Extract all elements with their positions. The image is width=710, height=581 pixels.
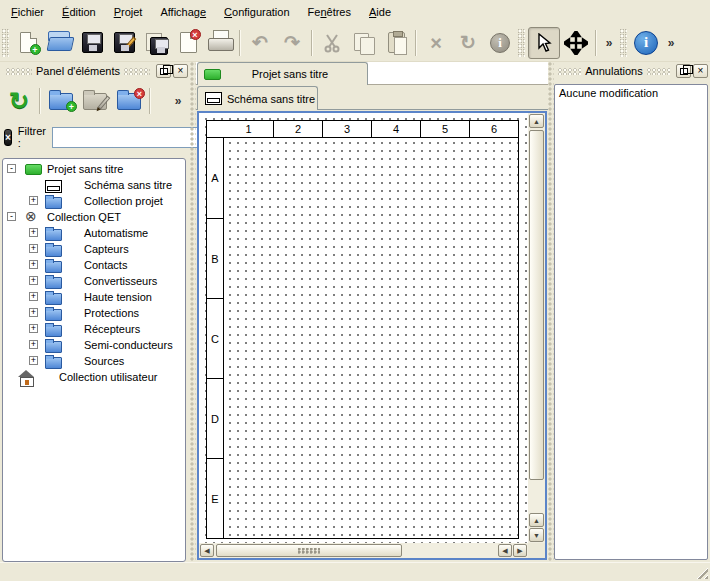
tree-item-schema-sans-titre[interactable]: Schéma sans titre — [3, 177, 185, 193]
diagram-canvas[interactable]: 1 2 3 4 5 6 A B C D E — [199, 113, 528, 543]
project-tab-bar: Projet sans titre — [196, 62, 548, 85]
undo-list-item[interactable]: Aucune modification — [556, 86, 706, 101]
tree-item-recepteurs[interactable]: +Récepteurs — [3, 321, 185, 337]
scroll-left-button[interactable]: ◀ — [498, 544, 512, 557]
toolbar-overflow-button[interactable]: » — [600, 27, 618, 59]
copy-button[interactable] — [348, 27, 380, 59]
chevron-right-icon: » — [606, 36, 613, 50]
tree-item-haute-tension[interactable]: +Haute tension — [3, 289, 185, 305]
tab-schema-sans-titre[interactable]: Schéma sans titre — [197, 86, 318, 110]
paste-button[interactable] — [380, 27, 412, 59]
delete-category-button[interactable]: × — [112, 84, 146, 118]
redo-button[interactable]: ↷ — [276, 27, 308, 59]
toolbar-drag-handle[interactable] — [2, 29, 9, 57]
save-as-button[interactable] — [108, 27, 140, 59]
scroll-up-button[interactable]: ▲ — [529, 114, 544, 128]
cut-button[interactable] — [316, 27, 348, 59]
expand-expander[interactable]: + — [29, 196, 38, 205]
diagram-view: 1 2 3 4 5 6 A B C D E ▲ ▲ ▼ — [197, 111, 547, 560]
schema-icon — [205, 92, 222, 105]
close-panel-button[interactable]: × — [173, 64, 188, 78]
tree-item-semi-conducteurs[interactable]: +Semi-conducteurs — [3, 337, 185, 353]
move-mode-button[interactable] — [560, 27, 592, 59]
scroll-down-button[interactable]: ▼ — [529, 528, 544, 542]
chevron-right-icon: » — [175, 94, 182, 108]
close-panel-button[interactable]: × — [693, 64, 708, 78]
reload-collections-button[interactable]: ↻ — [2, 84, 36, 118]
menu-aide[interactable]: Aide — [360, 2, 400, 22]
frame-drawing-area[interactable] — [224, 138, 518, 538]
tree-item-convertisseurs[interactable]: +Convertisseurs — [3, 273, 185, 289]
float-panel-button[interactable] — [676, 64, 691, 78]
clear-filter-button[interactable]: × — [4, 129, 12, 146]
tree-item-projet-sans-titre[interactable]: -Projet sans titre — [3, 161, 185, 177]
tree-item-automatisme[interactable]: +Automatisme — [3, 225, 185, 241]
scroll-left-button[interactable]: ◀ — [200, 544, 214, 557]
menu-edition[interactable]: Édition — [53, 2, 105, 22]
expand-expander[interactable]: + — [29, 260, 38, 269]
print-icon — [208, 33, 232, 53]
dock-grip — [6, 68, 32, 75]
save-all-button[interactable] — [140, 27, 172, 59]
tree-item-collection-utilisateur[interactable]: Collection utilisateur — [3, 369, 185, 385]
expand-expander[interactable]: + — [29, 356, 38, 365]
scroll-up-button[interactable]: ▲ — [529, 513, 544, 527]
close-file-button[interactable]: × — [172, 27, 204, 59]
expand-expander[interactable]: + — [29, 276, 38, 285]
menu-projet[interactable]: Projet — [105, 2, 152, 22]
expand-expander[interactable]: + — [29, 340, 38, 349]
filter-input[interactable] — [52, 127, 202, 148]
menu-fenetres[interactable]: Fenêtres — [299, 2, 360, 22]
save-as-icon — [114, 32, 135, 53]
menu-fichier[interactable]: Fichier — [2, 2, 53, 22]
elements-panel-dock: Panel d'éléments × ↻ + × » × Filtrer : -… — [0, 62, 190, 562]
undo-button[interactable]: ↶ — [244, 27, 276, 59]
toolbar-overflow-button[interactable]: » — [662, 27, 680, 59]
toolbar-drag-handle[interactable] — [620, 29, 627, 57]
toolbar-drag-handle[interactable] — [518, 29, 525, 57]
frame-corner-cell — [207, 121, 224, 138]
panel-toolbar-overflow-button[interactable]: » — [168, 84, 188, 118]
expand-expander[interactable]: + — [29, 324, 38, 333]
collapse-expander[interactable]: - — [7, 164, 16, 173]
edit-category-button[interactable] — [78, 84, 112, 118]
expand-expander[interactable]: + — [29, 308, 38, 317]
tree-item-capteurs[interactable]: +Capteurs — [3, 241, 185, 257]
vertical-scrollbar-thumb[interactable] — [529, 130, 544, 480]
chevron-right-icon: » — [668, 36, 675, 50]
save-button[interactable] — [76, 27, 108, 59]
window-resize-grip[interactable] — [695, 566, 708, 579]
float-panel-button[interactable] — [156, 64, 171, 78]
expand-expander[interactable]: + — [29, 244, 38, 253]
horizontal-scrollbar-thumb[interactable] — [216, 544, 402, 557]
collapse-expander[interactable]: - — [7, 212, 16, 221]
tab-projet-sans-titre[interactable]: Projet sans titre — [197, 62, 368, 85]
menu-affichage[interactable]: Affichage — [151, 2, 215, 22]
undo-panel-titlebar[interactable]: Annulations × — [552, 62, 710, 80]
properties-button[interactable]: i — [484, 27, 516, 59]
delete-button[interactable]: × — [420, 27, 452, 59]
print-button[interactable] — [204, 27, 236, 59]
vertical-scrollbar[interactable]: ▲ ▲ ▼ — [528, 113, 545, 543]
column-header: 4 — [371, 121, 420, 138]
tree-item-protections[interactable]: +Protections — [3, 305, 185, 321]
tree-item-sources[interactable]: +Sources — [3, 353, 185, 369]
expand-expander[interactable]: + — [29, 292, 38, 301]
selection-mode-button[interactable] — [528, 27, 560, 59]
expand-expander[interactable]: + — [29, 228, 38, 237]
new-folder-icon: + — [49, 93, 73, 110]
tree-item-collection-projet[interactable]: +Collection projet — [3, 193, 185, 209]
rotate-button[interactable]: ↻ — [452, 27, 484, 59]
close-icon: × — [698, 66, 704, 76]
scroll-right-button[interactable]: ▶ — [513, 544, 527, 557]
elements-panel-titlebar[interactable]: Panel d'éléments × — [0, 62, 190, 80]
about-qet-button[interactable]: i — [630, 27, 662, 59]
tree-item-contacts[interactable]: +Contacts — [3, 257, 185, 273]
folder-icon — [45, 261, 62, 273]
open-project-button[interactable] — [44, 27, 76, 59]
tree-item-collection-qet[interactable]: -⊗Collection QET — [3, 209, 185, 225]
new-project-button[interactable]: + — [12, 27, 44, 59]
menu-configuration[interactable]: Configuration — [215, 2, 298, 22]
new-category-button[interactable]: + — [44, 84, 78, 118]
horizontal-scrollbar[interactable]: ◀ ◀ ▶ — [199, 543, 528, 558]
